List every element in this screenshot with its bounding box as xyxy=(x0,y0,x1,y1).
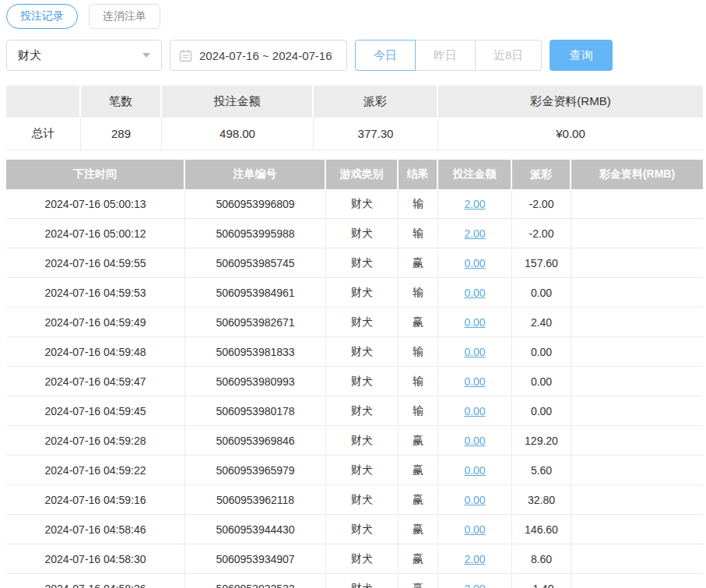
top-tabs: 投注记录 连消注单 xyxy=(6,3,703,30)
cell-game-type: 财犬 xyxy=(326,337,399,367)
cell-bonus xyxy=(571,485,703,515)
table-row: 2024-07-16 04:59:47 5060953980993 财犬 输 0… xyxy=(6,367,703,396)
cell-order-id: 5060953969846 xyxy=(185,426,326,456)
bet-amount-link[interactable]: 2.00 xyxy=(464,553,485,565)
cell-order-id: 5060953981833 xyxy=(185,337,326,367)
bet-amount-link[interactable]: 0.00 xyxy=(464,375,485,388)
cell-result: 赢 xyxy=(399,308,438,337)
bet-amount-link[interactable]: 0.00 xyxy=(464,287,485,299)
summary-header-blank xyxy=(6,86,81,118)
cell-payout: 129.20 xyxy=(512,426,571,456)
records-header-row: 下注时间 注单编号 游戏类别 结果 投注金额 派彩 彩金资料(RMB) xyxy=(6,160,703,189)
cell-payout: 0.00 xyxy=(512,278,571,308)
cell-game-type: 财犬 xyxy=(326,367,399,396)
table-body: 2024-07-16 05:00:13 5060953996809 财犬 输 2… xyxy=(6,189,703,588)
today-button[interactable]: 今日 xyxy=(355,40,416,71)
cell-result: 输 xyxy=(399,278,438,308)
game-select-value: 财犬 xyxy=(18,48,41,63)
filter-toolbar: 财犬 2024-07-16 ~ 2024-07-16 今日 昨日 近8日 查询 xyxy=(6,40,703,71)
header-result: 结果 xyxy=(399,160,438,189)
cell-result: 输 xyxy=(399,337,438,367)
bet-amount-link[interactable]: 0.00 xyxy=(464,494,485,506)
cell-game-type: 财犬 xyxy=(326,308,399,337)
cell-bonus xyxy=(571,248,703,278)
cell-bonus xyxy=(571,219,703,248)
yesterday-button[interactable]: 昨日 xyxy=(415,40,476,71)
cell-bonus xyxy=(571,396,703,426)
header-payout: 派彩 xyxy=(512,160,571,189)
cell-bet-time: 2024-07-16 04:59:53 xyxy=(6,278,185,308)
cell-order-id: 5060953980178 xyxy=(185,396,326,426)
cell-bonus xyxy=(571,278,703,308)
table-row: 2024-07-16 04:59:49 5060953982671 财犬 赢 0… xyxy=(6,308,703,337)
bet-amount-link[interactable]: 0.00 xyxy=(464,464,485,477)
bet-amount-link[interactable]: 0.00 xyxy=(464,435,485,447)
bet-amount-link[interactable]: 2.00 xyxy=(464,198,485,210)
summary-total-bet-amount: 498.00 xyxy=(162,118,314,150)
table-row: 2024-07-16 05:00:13 5060953996809 财犬 输 2… xyxy=(6,189,703,219)
cell-game-type: 财犬 xyxy=(326,515,399,544)
cell-bet-time: 2024-07-16 04:58:46 xyxy=(6,515,185,544)
summary-header-payout: 派彩 xyxy=(314,86,438,118)
bet-amount-link[interactable]: 0.00 xyxy=(464,523,485,536)
cell-game-type: 财犬 xyxy=(326,426,399,456)
cell-payout: -2.00 xyxy=(512,189,571,219)
table-row: 2024-07-16 04:58:26 5060953932522 财犬 赢 2… xyxy=(6,574,703,588)
summary-header-bonus: 彩金资料(RMB) xyxy=(438,86,703,118)
bet-amount-link[interactable]: 0.00 xyxy=(464,257,485,269)
cell-result: 输 xyxy=(399,219,438,248)
bet-amount-link[interactable]: 2.00 xyxy=(464,227,485,240)
cell-bonus xyxy=(571,189,703,219)
cell-bet-time: 2024-07-16 04:59:28 xyxy=(6,426,185,456)
caret-down-icon xyxy=(142,53,150,58)
date-range-input[interactable]: 2024-07-16 ~ 2024-07-16 xyxy=(170,40,347,71)
header-order-id: 注单编号 xyxy=(185,160,326,189)
table-row: 2024-07-16 05:00:12 5060953995988 财犬 输 2… xyxy=(6,219,703,248)
cell-payout: 0.00 xyxy=(512,337,571,367)
tab-betting-records[interactable]: 投注记录 xyxy=(6,4,78,29)
table-row: 2024-07-16 04:59:22 5060953965979 财犬 赢 0… xyxy=(6,456,703,485)
records-table: 下注时间 注单编号 游戏类别 结果 投注金额 派彩 彩金资料(RMB) 2024… xyxy=(6,160,703,588)
header-bet-time: 下注时间 xyxy=(6,160,185,189)
cell-bonus xyxy=(571,456,703,485)
cell-order-id: 5060953965979 xyxy=(185,456,326,485)
header-bet-amount: 投注金额 xyxy=(438,160,512,189)
cell-payout: 2.40 xyxy=(512,308,571,337)
summary-total-row: 总计 289 498.00 377.30 ¥0.00 xyxy=(6,118,703,150)
tab-cancelled-orders[interactable]: 连消注单 xyxy=(89,4,160,29)
date-range-value: 2024-07-16 ~ 2024-07-16 xyxy=(199,49,332,62)
summary-total-payout: 377.30 xyxy=(314,118,438,150)
bet-amount-link[interactable]: 2.00 xyxy=(464,583,485,588)
cell-bet-time: 2024-07-16 04:59:45 xyxy=(6,396,185,426)
cell-bet-time: 2024-07-16 04:58:26 xyxy=(6,574,185,588)
bet-amount-link[interactable]: 0.00 xyxy=(464,316,485,329)
bet-amount-link[interactable]: 0.00 xyxy=(464,346,485,358)
cell-result: 输 xyxy=(399,367,438,396)
cell-order-id: 5060953962118 xyxy=(185,485,326,515)
cell-result: 赢 xyxy=(399,544,438,574)
search-button[interactable]: 查询 xyxy=(550,40,613,71)
cell-game-type: 财犬 xyxy=(326,456,399,485)
cell-payout: 32.80 xyxy=(512,485,571,515)
table-row: 2024-07-16 04:59:45 5060953980178 财犬 输 0… xyxy=(6,396,703,426)
cell-bonus xyxy=(571,574,703,588)
table-row: 2024-07-16 04:58:30 5060953934907 财犬 赢 2… xyxy=(6,544,703,574)
last-8-days-button[interactable]: 近8日 xyxy=(475,40,542,71)
cell-order-id: 5060953985745 xyxy=(185,248,326,278)
summary-total-label: 总计 xyxy=(6,118,81,150)
cell-bet-time: 2024-07-16 04:59:49 xyxy=(6,308,185,337)
game-select[interactable]: 财犬 xyxy=(6,40,162,71)
summary-table: 笔数 投注金额 派彩 彩金资料(RMB) 总计 289 498.00 377.3… xyxy=(6,86,703,150)
cell-bet-time: 2024-07-16 05:00:12 xyxy=(6,219,185,248)
cell-bet-time: 2024-07-16 04:59:22 xyxy=(6,456,185,485)
cell-bet-time: 2024-07-16 04:59:48 xyxy=(6,337,185,367)
cell-bet-time: 2024-07-16 05:00:13 xyxy=(6,189,185,219)
bet-amount-link[interactable]: 0.00 xyxy=(464,405,485,417)
cell-game-type: 财犬 xyxy=(326,574,399,588)
cell-bonus xyxy=(571,515,703,544)
table-row: 2024-07-16 04:59:28 5060953969846 财犬 赢 0… xyxy=(6,426,703,456)
cell-payout: -2.00 xyxy=(512,219,571,248)
summary-header-bet-amount: 投注金额 xyxy=(162,86,314,118)
cell-order-id: 5060953995988 xyxy=(185,219,326,248)
cell-game-type: 财犬 xyxy=(326,396,399,426)
